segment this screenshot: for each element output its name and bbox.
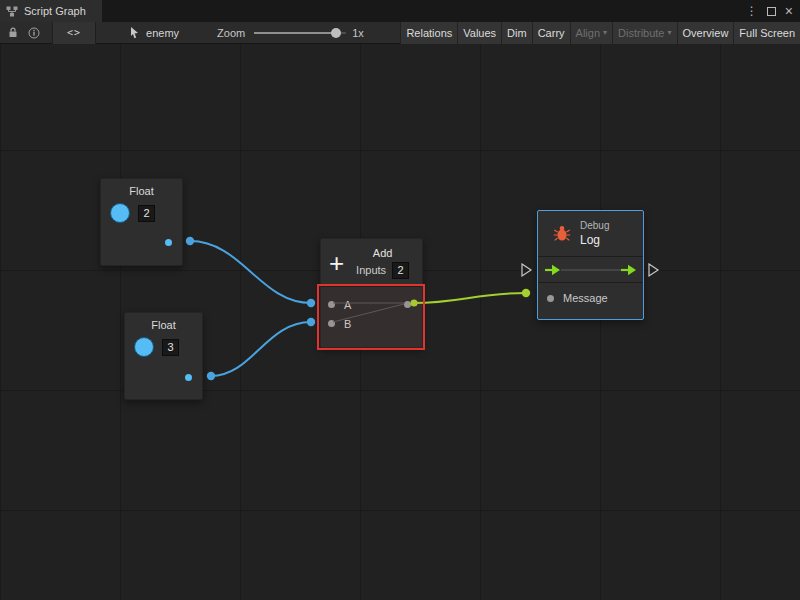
bug-icon [553, 225, 571, 242]
code-view-button[interactable]: <> [52, 22, 96, 44]
float-type-icon [110, 203, 130, 223]
zoom-slider[interactable] [254, 22, 346, 44]
float-value-field[interactable]: 2 [138, 205, 155, 222]
wire-knob[interactable] [307, 299, 315, 307]
float-node-2[interactable]: Float 3 [124, 312, 203, 400]
close-icon[interactable]: × [785, 4, 793, 18]
button-label: Full Screen [739, 27, 795, 39]
more-menu-icon[interactable]: ⋮ [746, 5, 758, 17]
wire-float1-to-a[interactable] [190, 241, 311, 303]
zoom-slider-fill [254, 32, 336, 34]
wire-add-to-log[interactable] [414, 293, 526, 303]
button-label: Distribute [618, 27, 664, 39]
wire-knob[interactable] [207, 372, 215, 380]
caret-down-icon: ▾ [668, 28, 672, 37]
wire-float2-to-b[interactable] [211, 322, 311, 376]
node-title: Log [580, 233, 609, 247]
flow-input-arrow[interactable] [544, 264, 561, 276]
zoom-slider-handle[interactable] [331, 28, 341, 38]
caret-down-icon: ▾ [603, 28, 607, 37]
node-title: Float [101, 179, 182, 197]
tab-title: Script Graph [24, 5, 86, 17]
input-port-b[interactable] [328, 320, 335, 327]
wire-knob[interactable] [307, 318, 315, 326]
script-graph-icon [6, 6, 18, 17]
input-port-a[interactable] [328, 301, 335, 308]
float-value-field[interactable]: 3 [162, 339, 179, 356]
debug-log-node[interactable]: Debug Log Message [537, 210, 644, 320]
button-label: Align [576, 27, 600, 39]
inputs-count-field[interactable]: 2 [392, 262, 409, 279]
title-bar: Script Graph ⋮ × [0, 0, 800, 22]
toolbar-button-distribute[interactable]: Distribute▾ [612, 22, 676, 44]
lock-icon[interactable] [8, 22, 18, 44]
graph-pointer-icon [130, 22, 141, 44]
toolbar-button-values[interactable]: Values [457, 22, 501, 44]
float-output-port[interactable] [165, 239, 172, 246]
float-node-1[interactable]: Float 2 [100, 178, 183, 266]
port-label-a: A [344, 299, 351, 311]
toolbar-button-carry[interactable]: Carry [532, 22, 570, 44]
wire-knob[interactable] [186, 237, 194, 245]
button-label: Dim [507, 27, 527, 39]
flow-output-arrow[interactable] [620, 264, 637, 276]
add-output-port[interactable] [404, 301, 411, 308]
button-label: Values [463, 27, 496, 39]
button-label: Relations [406, 27, 452, 39]
toolbar-button-overview[interactable]: Overview [677, 22, 734, 44]
graph-toolbar: <> enemy Zoom 1x Relations Values Dim Ca… [0, 22, 800, 44]
node-title: Add [373, 247, 393, 259]
toolbar-button-full-screen[interactable]: Full Screen [733, 22, 800, 44]
float-output-port[interactable] [185, 374, 192, 381]
toolbar-button-align[interactable]: Align▾ [570, 22, 612, 44]
toolbar-button-dim[interactable]: Dim [501, 22, 532, 44]
float-type-icon [134, 337, 154, 357]
graph-name[interactable]: enemy [146, 27, 179, 39]
flow-output-triangle[interactable] [649, 264, 658, 276]
port-label-b: B [344, 318, 351, 330]
node-title: Float [125, 313, 202, 331]
maximize-icon[interactable] [767, 7, 776, 16]
flow-input-triangle[interactable] [522, 264, 531, 276]
info-icon[interactable] [28, 22, 40, 44]
node-category: Debug [580, 220, 609, 231]
button-label: Overview [683, 27, 729, 39]
message-port-label: Message [563, 292, 608, 304]
tab-script-graph[interactable]: Script Graph [0, 0, 102, 22]
inputs-label: Inputs [356, 264, 386, 276]
zoom-value: 1x [352, 27, 364, 39]
toolbar-button-group: Relations Values Dim Carry Align▾ Distri… [400, 22, 800, 44]
zoom-label: Zoom [217, 27, 245, 39]
add-icon: + [329, 250, 344, 276]
message-input-port[interactable] [547, 295, 554, 302]
graph-canvas[interactable]: Float 2 Float 3 + Add Inputs 2 [0, 44, 800, 600]
wire-knob[interactable] [522, 289, 530, 297]
code-icon: <> [67, 27, 81, 38]
toolbar-button-relations[interactable]: Relations [400, 22, 457, 44]
add-node[interactable]: + Add Inputs 2 A B [320, 238, 423, 348]
button-label: Carry [538, 27, 565, 39]
